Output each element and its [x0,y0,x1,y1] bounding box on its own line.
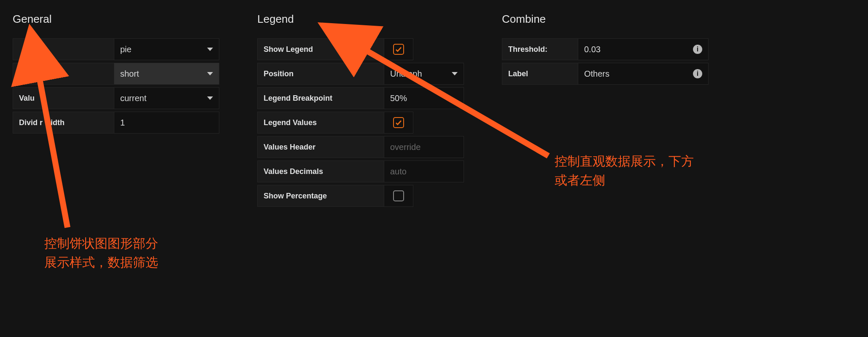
info-icon[interactable]: i [693,45,702,54]
general-type-value: pie [120,45,132,54]
legend-show-legend-checkbox[interactable] [384,38,413,60]
general-unit-label: Un [13,63,114,85]
checkbox-unchecked-icon [393,190,404,201]
legend-breakpoint-select[interactable]: 50% [384,87,464,109]
legend-position-value: Und aph [390,69,422,79]
chevron-down-icon [207,96,213,100]
general-unit-select[interactable]: short [114,63,219,85]
combine-threshold-input[interactable]: 0.03 i [578,38,709,60]
legend-values-header-label: Values Header [257,136,384,158]
legend-position-label: Position [257,63,384,85]
legend-values-header-input[interactable]: override [384,136,464,158]
legend-show-percentage-checkbox[interactable] [384,185,413,207]
general-value-select[interactable]: current [114,87,219,109]
general-unit-value: short [120,69,139,79]
general-divider-width-value: 1 [120,118,125,128]
annotation-legend: 控制直观数据展示，下方 或者左侧 [555,152,694,190]
general-type-label [13,38,114,60]
combine-label-value: Others [584,69,609,79]
legend-show-percentage-label: Show Percentage [257,185,384,207]
legend-breakpoint-value: 50% [390,94,407,103]
combine-threshold-label: Threshold: [502,38,578,60]
combine-label-input[interactable]: Others i [578,63,709,85]
chevron-down-icon [207,72,213,75]
legend-position-select[interactable]: Und aph [384,63,464,85]
annotation-general: 控制饼状图图形部分 展示样式，数据筛选 [44,234,158,272]
chevron-down-icon [207,48,213,51]
legend-values-header-placeholder: override [390,142,421,152]
general-value-label: Valu [13,87,114,109]
checkbox-checked-icon [393,117,404,128]
general-title: General [13,13,219,26]
legend-title: Legend [257,13,464,26]
legend-show-legend-label: Show Legend [257,38,384,60]
legend-values-checkbox[interactable] [384,112,413,134]
combine-title: Combine [502,13,709,26]
general-divider-width-label: Divid r width [13,112,114,134]
general-section: General pie Un short Valu current Divid … [13,13,219,209]
legend-breakpoint-label: Legend Breakpoint [257,87,384,109]
legend-values-decimals-input[interactable]: auto [384,160,464,182]
combine-threshold-value: 0.03 [584,45,601,54]
general-type-select[interactable]: pie [114,38,219,60]
legend-values-label: Legend Values [257,112,384,134]
chevron-down-icon [452,72,458,75]
legend-values-decimals-label: Values Decimals [257,160,384,182]
info-icon[interactable]: i [693,69,702,78]
checkbox-checked-icon [393,44,404,55]
general-divider-width-input[interactable]: 1 [114,112,219,134]
combine-label-label: Label [502,63,578,85]
general-value-value: current [120,94,146,103]
legend-section: Legend Show Legend Position Und aph Lege… [257,13,464,209]
legend-values-decimals-placeholder: auto [390,167,407,177]
